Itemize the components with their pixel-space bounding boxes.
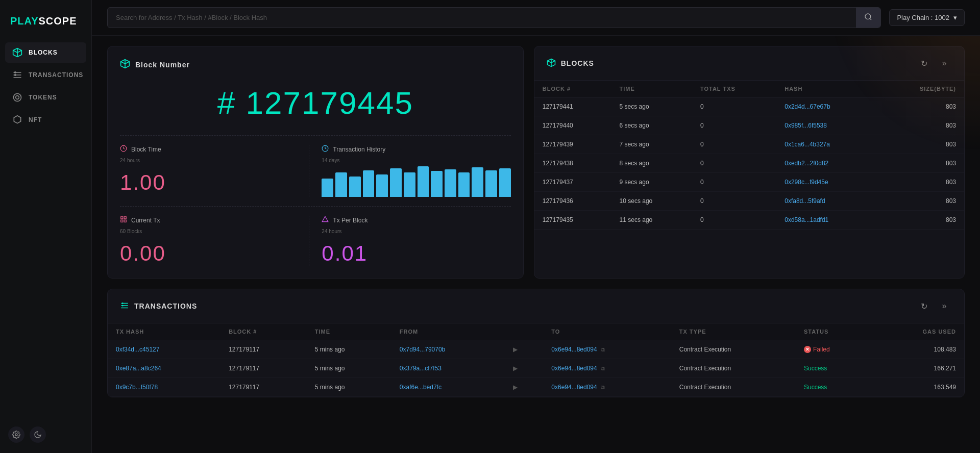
arrow-icon: ▶ <box>513 365 518 372</box>
sidebar-label-nft: NFT <box>29 116 42 123</box>
tx-per-block-value: 0.01 <box>322 241 510 266</box>
svg-rect-8 <box>121 217 123 219</box>
chain-selector[interactable]: Play Chain : 1002 ▾ <box>889 9 965 26</box>
block-txs-cell: 0 <box>692 154 776 173</box>
blocks-data-table: BLOCK # TIME TOTAL TXS HASH SIZE(BYTE) 1… <box>534 81 964 230</box>
transactions-table-actions: ↻ » <box>916 298 952 314</box>
tx-to-link[interactable]: 0x6e94...8ed094 <box>551 365 597 372</box>
block-hash-cell[interactable]: 0x1ca6...4b327a <box>776 135 878 154</box>
block-time-label-row: Block Time <box>120 145 309 154</box>
block-hash-link[interactable]: 0x1ca6...4b327a <box>785 141 830 148</box>
block-hash-cell[interactable]: 0x2d4d...67e67b <box>776 97 878 116</box>
tx-history-label-row: Transaction History <box>322 145 510 154</box>
copy-icon[interactable]: ⧉ <box>601 346 605 353</box>
tx-table-header-row: TX HASH BLOCK # TIME FROM TO TX TYPE STA… <box>108 323 964 340</box>
tx-type-cell: Contract Execution <box>671 378 796 397</box>
block-hash-link[interactable]: 0x985f...6f5538 <box>785 122 827 129</box>
block-hash-link[interactable]: 0x298c...f9d45e <box>785 179 828 186</box>
tx-from-link[interactable]: 0xaf6e...bed7fc <box>400 384 442 391</box>
tx-per-block-stat: Tx Per Block 24 hours 0.01 <box>309 216 510 266</box>
chain-dropdown-icon: ▾ <box>953 14 957 21</box>
block-hash-cell[interactable]: 0x985f...6f5538 <box>776 116 878 135</box>
block-number-value: # 127179445 <box>120 80 511 126</box>
tx-to-link[interactable]: 0x6e94...8ed094 <box>551 384 597 391</box>
tx-to-cell[interactable]: 0x6e94...8ed094 ⧉ <box>543 378 671 397</box>
sidebar-item-transactions[interactable]: TRANSACTIONS <box>5 65 86 85</box>
search-input[interactable] <box>108 9 856 27</box>
tx-hash-cell[interactable]: 0x9c7b...f50f78 <box>108 378 220 397</box>
tx-hash-cell[interactable]: 0xf34d...c45127 <box>108 340 220 359</box>
status-failed: ✕Failed <box>804 346 865 353</box>
block-time-cell: 9 secs ago <box>611 173 692 192</box>
tx-history-stat: Transaction History 14 days <box>309 145 510 197</box>
copy-icon[interactable]: ⧉ <box>601 384 605 390</box>
svg-rect-10 <box>121 220 123 222</box>
tokens-icon <box>12 92 22 103</box>
tx-from-cell[interactable]: 0x7d94...79070b <box>391 340 505 359</box>
tx-hash-link[interactable]: 0xe87a...a8c264 <box>116 365 161 372</box>
col-total-txs: TOTAL TXS <box>692 81 776 97</box>
tx-from-link[interactable]: 0x7d94...79070b <box>400 346 445 353</box>
transactions-table-title: TRANSACTIONS <box>120 301 916 312</box>
tx-per-block-label: Tx Per Block <box>333 217 368 224</box>
tx-to-cell[interactable]: 0x6e94...8ed094 ⧉ <box>543 340 671 359</box>
tx-hash-link[interactable]: 0x9c7b...f50f78 <box>116 384 158 391</box>
block-hash-cell[interactable]: 0x298c...f9d45e <box>776 173 878 192</box>
tx-to-link[interactable]: 0x6e94...8ed094 <box>551 346 597 353</box>
block-hash-link[interactable]: 0xfa8d...5f9afd <box>785 197 825 205</box>
transactions-data-table: TX HASH BLOCK # TIME FROM TO TX TYPE STA… <box>108 323 964 397</box>
tx-hash-link[interactable]: 0xf34d...c45127 <box>116 346 159 353</box>
transactions-refresh-button[interactable]: ↻ <box>916 298 932 314</box>
col-tx-from: FROM <box>391 323 505 340</box>
svg-point-4 <box>15 434 17 436</box>
settings-button[interactable] <box>8 426 24 443</box>
chart-bar <box>445 169 456 197</box>
block-txs-cell: 0 <box>692 97 776 116</box>
search-bar <box>107 7 881 28</box>
blocks-refresh-button[interactable]: ↻ <box>916 56 932 71</box>
tx-from-link[interactable]: 0x379a...cf7f53 <box>400 365 442 372</box>
tx-block-cell: 127179117 <box>220 359 307 378</box>
tx-block-cell: 127179117 <box>220 340 307 359</box>
tx-to-cell[interactable]: 0x6e94...8ed094 ⧉ <box>543 359 671 378</box>
block-hash-link[interactable]: 0x2d4d...67e67b <box>785 103 830 110</box>
logo-play: PLAY <box>10 15 39 27</box>
tx-from-cell[interactable]: 0xaf6e...bed7fc <box>391 378 505 397</box>
transactions-forward-button[interactable]: » <box>937 298 952 314</box>
block-number-icon <box>120 59 130 70</box>
current-tx-label: Current Tx <box>131 217 160 224</box>
block-time-cell: 10 secs ago <box>611 192 692 211</box>
block-hash-link[interactable]: 0xd58a...1adfd1 <box>785 216 828 223</box>
block-time-value: 1.00 <box>120 170 309 195</box>
chart-bar <box>499 168 511 197</box>
sidebar-item-nft[interactable]: NFT <box>5 110 86 130</box>
table-row: 0xe87a...a8c264 127179117 5 mins ago 0x3… <box>108 359 964 378</box>
block-time-cell: 7 secs ago <box>611 135 692 154</box>
block-time-label: Block Time <box>131 146 161 153</box>
block-hash-cell[interactable]: 0xd58a...1adfd1 <box>776 211 878 230</box>
block-txs-cell: 0 <box>692 116 776 135</box>
block-time-sublabel: 24 hours <box>120 158 309 163</box>
sidebar-item-tokens[interactable]: TOKENS <box>5 87 86 108</box>
col-hash: HASH <box>776 81 878 97</box>
tx-from-cell[interactable]: 0x379a...cf7f53 <box>391 359 505 378</box>
status-success: Success <box>804 365 827 372</box>
blocks-table-card: BLOCKS ↻ » BLOCK # TIME TOTAL TXS HASH <box>534 46 965 279</box>
sidebar-label-transactions: TRANSACTIONS <box>29 71 83 79</box>
chain-selector-label: Play Chain : 1002 <box>897 14 949 21</box>
tx-block-cell: 127179117 <box>220 378 307 397</box>
sidebar-item-blocks[interactable]: BLOCKS <box>5 42 86 63</box>
copy-icon[interactable]: ⧉ <box>601 365 605 371</box>
theme-button[interactable] <box>30 426 46 443</box>
blocks-table-title: BLOCKS <box>547 58 916 69</box>
blocks-forward-button[interactable]: » <box>937 56 952 71</box>
block-hash-cell[interactable]: 0xedb2...2f0d82 <box>776 154 878 173</box>
search-button[interactable] <box>856 8 880 28</box>
block-size-cell: 803 <box>878 211 964 230</box>
chart-bar <box>390 168 402 197</box>
block-hash-cell[interactable]: 0xfa8d...5f9afd <box>776 192 878 211</box>
col-tx-block: BLOCK # <box>220 323 307 340</box>
tx-hash-cell[interactable]: 0xe87a...a8c264 <box>108 359 220 378</box>
block-hash-link[interactable]: 0xedb2...2f0d82 <box>785 160 828 167</box>
block-txs-cell: 0 <box>692 192 776 211</box>
